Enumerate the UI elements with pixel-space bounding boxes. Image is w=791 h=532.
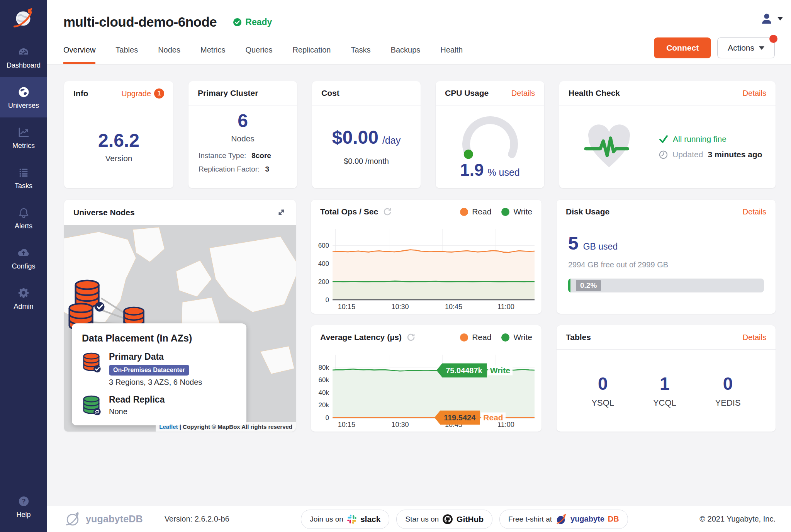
cost-per-month: $0.00 /month: [344, 157, 389, 166]
tshirt-prefix: Free t-shirt at: [508, 515, 552, 524]
tables-details-link[interactable]: Details: [743, 333, 766, 342]
total-ops-chart[interactable]: 020040060010:1510:3010:4511:00: [311, 224, 538, 314]
cpu-gauge: [453, 114, 527, 160]
tab-tables[interactable]: Tables: [115, 36, 138, 64]
footer: yugabyteDB Version: 2.6.2.0-b6 Join us o…: [47, 506, 791, 532]
sidebar-item-label: Tasks: [15, 182, 32, 190]
sidebar-item-universes[interactable]: Universes: [0, 77, 47, 117]
read-dot-icon: [460, 208, 468, 216]
write-dot-icon: [501, 333, 509, 342]
github-prefix: Star us on: [405, 515, 439, 524]
status-badge: Ready: [233, 17, 272, 27]
legend-read[interactable]: Read: [460, 333, 491, 342]
datacenter-badge: On-Premises Datacenter: [109, 365, 189, 376]
version-value: 2.6.2: [98, 131, 139, 150]
slack-button[interactable]: Join us on slack: [301, 510, 389, 529]
write-dot-icon: [501, 208, 509, 216]
status-text: Ready: [245, 17, 272, 27]
sidebar-item-tasks[interactable]: Tasks: [0, 158, 47, 198]
universe-header: multi-cloud-demo-6node Ready Overview Ta…: [47, 0, 791, 65]
dashboard-gauge-icon: [17, 46, 30, 58]
yedis-stat: 0 YEDIS: [715, 373, 741, 408]
main-area: multi-cloud-demo-6node Ready Overview Ta…: [47, 0, 791, 532]
sidebar-item-metrics[interactable]: Metrics: [0, 117, 47, 158]
disk-details-link[interactable]: Details: [743, 207, 766, 216]
cost-card: Cost $0.00 /day $0.00 /month: [312, 81, 421, 188]
tshirt-brand-a: yugabyte: [570, 515, 604, 524]
yugabyte-logo[interactable]: [0, 0, 47, 37]
tab-health[interactable]: Health: [440, 36, 463, 64]
tables-card: Tables Details 0 YSQL 1 YCQL 0: [557, 325, 776, 432]
svg-text:10:45: 10:45: [445, 421, 462, 428]
tab-nodes[interactable]: Nodes: [158, 36, 180, 64]
user-menu[interactable]: [751, 0, 791, 37]
read-dot-icon: [460, 333, 468, 342]
disk-used-value: 5: [568, 234, 579, 253]
tasks-list-icon: [18, 166, 29, 178]
refresh-icon[interactable]: [383, 207, 392, 216]
svg-text:10:45: 10:45: [445, 303, 462, 311]
card-title: Tables: [566, 333, 591, 342]
tshirt-brand-b: DB: [608, 515, 619, 524]
sidebar-item-dashboard[interactable]: Dashboard: [0, 37, 47, 77]
spec-value: 8core: [251, 149, 271, 162]
sidebar-item-label: Dashboard: [7, 61, 41, 70]
health-details-link[interactable]: Details: [743, 89, 766, 98]
card-title: CPU Usage: [445, 88, 489, 98]
disk-bar-fill: [568, 279, 570, 292]
svg-text:40k: 40k: [319, 389, 329, 396]
sidebar-item-configs[interactable]: Configs: [0, 238, 47, 278]
data-placement-panel: Data Placement (In AZs) Primary Data On-…: [72, 323, 246, 425]
expand-icon[interactable]: [276, 207, 287, 218]
notification-dot: [769, 35, 777, 43]
world-map[interactable]: Data Placement (In AZs) Primary Data On-…: [64, 225, 296, 432]
connect-button[interactable]: Connect: [654, 37, 711, 58]
cpu-percent-value: 1.9: [460, 160, 484, 180]
app-window: Dashboard Universes Metrics Tasks Alerts: [0, 0, 791, 532]
leaflet-link[interactable]: Leaflet: [159, 423, 178, 430]
heartbeat-icon: [584, 124, 634, 169]
chevron-down-icon: [759, 46, 764, 50]
sidebar-item-label: Admin: [14, 303, 33, 311]
tab-replication[interactable]: Replication: [292, 36, 331, 64]
sidebar-item-alerts[interactable]: Alerts: [0, 198, 47, 238]
spec-replication-factor: Replication Factor: 3: [199, 162, 287, 176]
tab-queries[interactable]: Queries: [245, 36, 272, 64]
read-replica-value: None: [109, 407, 165, 416]
legend-read[interactable]: Read: [460, 207, 491, 216]
refresh-icon[interactable]: [406, 333, 416, 342]
yugabyte-mini-logo-icon: [555, 513, 567, 525]
chart-title: Average Latency (µs): [320, 333, 402, 342]
tab-backups[interactable]: Backups: [391, 36, 421, 64]
cpu-percent-unit: % used: [487, 167, 519, 178]
health-status-text: All running fine: [673, 134, 726, 144]
tab-metrics[interactable]: Metrics: [200, 36, 225, 64]
average-latency-card: Average Latency (µs) Read Write 020k40k6…: [311, 325, 541, 432]
average-latency-chart[interactable]: 020k40k60k80k10:1510:3010:4511:0075.0448…: [311, 350, 538, 432]
sidebar-item-label: Configs: [12, 262, 35, 270]
legend-label: Read: [472, 207, 491, 216]
cpu-details-link[interactable]: Details: [511, 89, 535, 98]
chart-title: Total Ops / Sec: [320, 207, 378, 216]
footer-brand: yugabyteDB: [64, 511, 143, 528]
sidebar-item-admin[interactable]: Admin: [0, 278, 47, 318]
tshirt-button[interactable]: Free t-shirt at yugabyteDB: [499, 510, 628, 529]
tab-tasks[interactable]: Tasks: [351, 36, 370, 64]
upgrade-count-badge: 1: [154, 88, 164, 99]
svg-text:600: 600: [318, 242, 329, 249]
github-button[interactable]: Star us on GitHub: [396, 510, 492, 529]
upgrade-link[interactable]: Upgrade 1: [121, 88, 164, 99]
svg-text:11:00: 11:00: [497, 421, 514, 428]
sidebar: Dashboard Universes Metrics Tasks Alerts: [0, 0, 47, 532]
footer-version: Version: 2.6.2.0-b6: [165, 515, 229, 524]
universe-nodes-card: Universe Nodes: [64, 200, 296, 432]
metrics-chart-icon: [18, 126, 30, 138]
card-title: Cost: [321, 88, 339, 98]
actions-dropdown-button[interactable]: Actions: [717, 37, 775, 58]
legend-write[interactable]: Write: [501, 207, 532, 216]
legend-write[interactable]: Write: [501, 333, 532, 342]
tab-overview[interactable]: Overview: [63, 36, 95, 64]
svg-text:10:30: 10:30: [391, 303, 409, 311]
yedis-label: YEDIS: [715, 398, 741, 408]
sidebar-item-help[interactable]: ? Help: [0, 486, 47, 527]
